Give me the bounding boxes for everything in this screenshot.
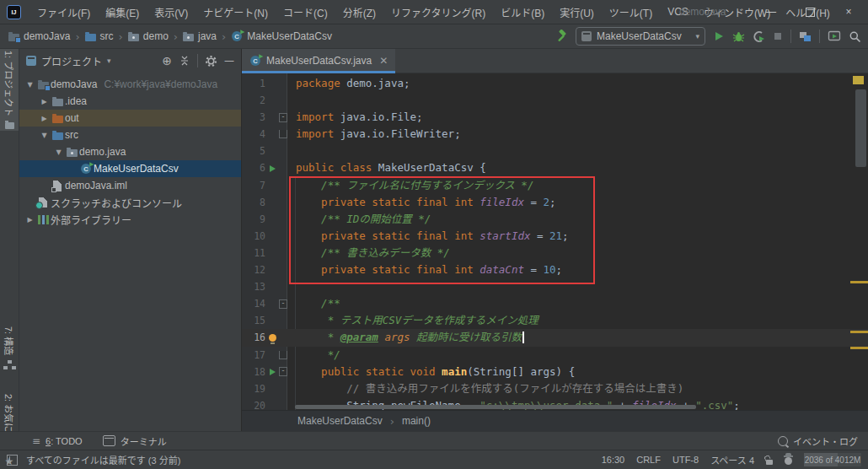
menu-navigate[interactable]: ナビゲート(N) <box>196 5 276 19</box>
search-everywhere-icon[interactable] <box>849 30 861 43</box>
intention-bulb-icon[interactable] <box>269 334 276 342</box>
tab-makeuserdatacsv[interactable]: MakeUserDataCsv.java ✕ <box>242 49 395 73</box>
stripe-button-project[interactable]: 1: プロジェクト <box>0 49 19 131</box>
stop-button[interactable] <box>773 31 783 41</box>
tree-expand-arrow[interactable]: ▶ <box>39 115 50 122</box>
run-button[interactable] <box>713 30 725 42</box>
run-configuration-select[interactable]: MakeUserDataCsv ▾ <box>576 27 705 46</box>
tree-item-src[interactable]: ▼src <box>19 127 241 143</box>
code-text[interactable]: private static final int startIdx = 21; <box>287 228 569 245</box>
code-text[interactable]: * @param args 起動時に受け取る引数 <box>287 329 524 346</box>
warning-stripe-mark[interactable] <box>850 331 868 333</box>
code-line-2[interactable]: 2 <box>242 92 868 109</box>
menu-analyze[interactable]: 分析(Z) <box>335 5 383 19</box>
code-line-15[interactable]: 15 * テスト用CSVデータを作成するメイン処理 <box>242 312 868 329</box>
chevron-down-icon[interactable]: ▾ <box>107 57 111 65</box>
breadcrumb-class[interactable]: MakeUserDataCsv <box>297 415 383 427</box>
lock-icon[interactable] <box>766 460 773 465</box>
breadcrumb-java[interactable]: java <box>183 30 217 42</box>
code-text[interactable]: * テスト用CSVデータを作成するメイン処理 <box>287 312 538 329</box>
menu-refactor[interactable]: リファクタリング(R) <box>383 5 493 19</box>
locate-file-icon[interactable]: ⊕ <box>162 54 172 67</box>
hide-panel-icon[interactable]: — <box>224 55 234 67</box>
tree-item-MakeUserDataCsv[interactable]: MakeUserDataCsv <box>19 160 241 177</box>
close-button[interactable]: × <box>829 0 868 24</box>
code-text[interactable]: private static final int fileIdx = 2; <box>287 194 556 211</box>
menu-run[interactable]: 実行(U) <box>552 5 602 19</box>
tool-window-switcher-icon[interactable] <box>7 455 18 466</box>
fold-collapse-icon[interactable]: - <box>279 299 287 309</box>
code-editor[interactable]: 1package demo.java;23-import java.io.Fil… <box>242 73 868 410</box>
project-panel-title[interactable]: プロジェクト <box>41 54 102 68</box>
code-text[interactable]: */ <box>287 347 340 364</box>
code-text[interactable]: // 書き込み用ファイルを作成する(ファイルが存在する場合は上書き) <box>287 380 683 397</box>
terminal-tool-button[interactable]: ターミナル <box>103 434 167 448</box>
close-tab-icon[interactable]: ✕ <box>379 55 388 67</box>
menu-edit[interactable]: 編集(E) <box>98 5 147 19</box>
breadcrumb-project[interactable]: demoJava <box>8 30 70 42</box>
run-gutter-icon[interactable] <box>270 369 276 375</box>
code-text[interactable]: /** IDの開始位置 */ <box>287 211 431 228</box>
tree-item-demoJava.iml[interactable]: demoJava.iml <box>19 177 241 194</box>
breadcrumb-class[interactable]: MakeUserDataCsv <box>231 30 332 42</box>
fold-end-icon[interactable] <box>279 130 287 138</box>
breadcrumb-src[interactable]: src <box>85 30 114 42</box>
breadcrumb-demo[interactable]: demo <box>128 30 169 42</box>
code-line-14[interactable]: 14- /** <box>242 295 868 312</box>
inspections-hector-icon[interactable] <box>785 457 792 465</box>
line-ending[interactable]: CRLF <box>636 455 661 465</box>
code-line-9[interactable]: 9 /** IDの開始位置 */ <box>242 211 868 228</box>
warning-stripe-mark[interactable] <box>850 347 868 349</box>
menu-view[interactable]: 表示(V) <box>147 5 196 19</box>
build-hammer-icon[interactable] <box>555 30 568 43</box>
code-text[interactable]: public class MakeUserDataCsv { <box>287 159 486 176</box>
event-log-button[interactable]: イベント・ログ <box>778 434 858 448</box>
code-text[interactable]: /** <box>287 295 340 312</box>
tree-item-.idea[interactable]: ▶.idea <box>19 93 241 110</box>
tree-item-out[interactable]: ▶out <box>19 110 241 127</box>
code-line-13[interactable]: 13 <box>242 278 868 295</box>
code-line-1[interactable]: 1package demo.java; <box>242 75 868 92</box>
file-encoding[interactable]: UTF-8 <box>672 455 699 465</box>
run-with-coverage-button[interactable] <box>753 30 765 43</box>
run-dashboard-icon[interactable] <box>828 30 841 42</box>
code-line-16[interactable]: 16 * @param args 起動時に受け取る引数 <box>242 329 868 346</box>
stripe-button-structure[interactable]: 7: 構造 <box>0 326 19 370</box>
inspection-indicator[interactable] <box>853 76 864 84</box>
code-line-4[interactable]: 4import java.io.FileWriter; <box>242 126 868 143</box>
vertical-scrollbar[interactable] <box>855 89 866 167</box>
fold-collapse-icon[interactable]: - <box>279 113 287 122</box>
code-text[interactable]: package demo.java; <box>287 75 410 92</box>
code-text[interactable]: /** ファイル名に付与するインデックス */ <box>287 177 533 194</box>
code-text[interactable]: public static void main(String[] args) { <box>287 364 575 380</box>
collapse-all-icon[interactable] <box>179 56 190 66</box>
tree-item-demoJava[interactable]: ▼demoJavaC:¥work¥java¥demoJava <box>19 76 241 93</box>
code-line-12[interactable]: 12 private static final int dataCnt = 10… <box>242 261 868 278</box>
code-line-10[interactable]: 10 private static final int startIdx = 2… <box>242 228 868 245</box>
caret-position[interactable]: 16:30 <box>602 455 625 465</box>
tree-expand-arrow[interactable]: ▼ <box>24 81 35 89</box>
code-text[interactable]: /** 書き込みデータ数 */ <box>287 245 450 261</box>
menu-build[interactable]: ビルド(B) <box>493 5 552 19</box>
tree-item-スクラッチおよびコンソール[interactable]: スクラッチおよびコンソール <box>19 194 241 211</box>
horizontal-scrollbar[interactable] <box>295 405 696 409</box>
tree-expand-arrow[interactable]: ▶ <box>24 216 35 224</box>
debug-button[interactable] <box>732 30 745 43</box>
code-line-18[interactable]: 18- public static void main(String[] arg… <box>242 364 868 380</box>
tree-item-外部ライブラリー[interactable]: ▶外部ライブラリー <box>19 211 241 228</box>
code-line-3[interactable]: 3-import java.io.File; <box>242 109 868 126</box>
tree-expand-arrow[interactable]: ▶ <box>39 98 50 105</box>
fold-end-icon[interactable] <box>279 351 287 359</box>
tree-item-demo.java[interactable]: ▼demo.java <box>19 143 241 160</box>
code-line-7[interactable]: 7 /** ファイル名に付与するインデックス */ <box>242 177 868 194</box>
code-line-6[interactable]: 6public class MakeUserDataCsv { <box>242 159 868 176</box>
tree-expand-arrow[interactable]: ▼ <box>39 132 50 139</box>
fold-collapse-icon[interactable]: - <box>279 367 287 376</box>
menu-file[interactable]: ファイル(F) <box>29 5 98 19</box>
run-gutter-icon[interactable] <box>270 165 276 172</box>
gear-icon[interactable] <box>206 56 217 67</box>
code-text[interactable]: import java.io.File; <box>287 109 423 126</box>
code-line-19[interactable]: 19 // 書き込み用ファイルを作成する(ファイルが存在する場合は上書き) <box>242 380 868 397</box>
code-line-17[interactable]: 17 */ <box>242 347 868 364</box>
project-structure-icon[interactable] <box>799 30 812 42</box>
